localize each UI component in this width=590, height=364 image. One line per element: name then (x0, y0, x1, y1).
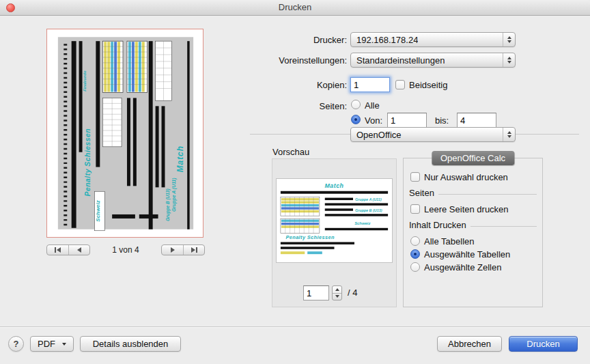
preview-small-match: Match (325, 182, 344, 189)
preview-label-team: Schweiz (95, 200, 101, 221)
vorschau-page-total: / 4 (348, 288, 357, 298)
close-button[interactable] (6, 3, 15, 12)
duplex-checkbox[interactable] (395, 80, 405, 89)
skip-end-icon (196, 247, 197, 253)
all-sheets-radio[interactable] (410, 236, 420, 246)
arrow-left-icon (77, 247, 81, 253)
page-indicator: 1 von 4 (90, 245, 161, 255)
group-divider (470, 226, 537, 227)
printer-select[interactable]: 192.168.178.24 (350, 32, 516, 47)
preview-artwork-small: Match (277, 179, 392, 262)
all-sheets-radio-label[interactable]: Alle Tabellen (424, 236, 474, 247)
pagination-forward-group (161, 244, 205, 255)
first-page-button[interactable] (47, 245, 68, 255)
pages-from-input[interactable] (387, 113, 427, 128)
popup-arrows-icon (503, 33, 515, 46)
printer-label: Drucker: (210, 35, 347, 45)
duplex-checkbox-label[interactable]: Beidseitig (409, 80, 447, 90)
pagination-back-group (46, 244, 90, 255)
pages-all-radio[interactable] (351, 100, 361, 109)
preview-small-group-b: Gruppe B (U13) (355, 208, 382, 212)
window-title: Drucken (0, 0, 590, 15)
content-group-label: Inhalt Drucken (409, 220, 466, 230)
pages-to-input[interactable] (457, 113, 496, 128)
selected-cells-radio[interactable] (410, 262, 420, 272)
presets-select[interactable]: Standardeinstellungen (350, 53, 516, 68)
page-stepper (332, 285, 342, 300)
previous-page-button[interactable] (68, 245, 89, 255)
skip-start-icon (55, 247, 56, 253)
pages-group-label: Seiten (409, 188, 434, 198)
print-selection-checkbox[interactable] (410, 172, 420, 182)
pages-group-header: Seiten (409, 188, 537, 198)
app-options-select-value: OpenOffice (356, 130, 402, 140)
calc-panel-title: OpenOffice Calc (432, 151, 514, 165)
preview-label-penalty: Penalty Schiessen (84, 128, 92, 197)
preview-pagination: 1 von 4 (46, 244, 205, 255)
pages-from-label[interactable]: Von: (365, 115, 382, 126)
popup-arrows-icon (503, 128, 515, 141)
stepper-down-button[interactable] (333, 294, 341, 300)
app-options-select[interactable]: OpenOffice (350, 127, 516, 142)
print-preview-small: Match (276, 178, 393, 263)
selected-sheets-radio-label[interactable]: Ausgewählte Tabellen (424, 249, 510, 260)
print-preview-large: Finalrunde Penalty Schiessen (46, 29, 203, 238)
print-dialog: Drucken Finalrunde Penalty Schiessen (0, 0, 590, 364)
preview-label-finalrunde: Finalrunde (83, 70, 87, 92)
vorschau-page-input[interactable] (303, 285, 329, 300)
arrow-left-icon (57, 247, 61, 253)
skip-empty-pages-label[interactable]: Leere Seiten drucken (424, 204, 509, 214)
print-button[interactable]: Drucken (509, 336, 578, 352)
next-page-button[interactable] (162, 245, 183, 255)
preview-small-team: Schweiz (354, 221, 370, 225)
hide-details-button[interactable]: Details ausblenden (80, 336, 181, 352)
footer-separator (0, 326, 590, 327)
copies-input[interactable] (350, 77, 390, 92)
preview-small-penalty: Penalty Schiessen (285, 234, 334, 240)
pdf-menu-label: PDF (38, 339, 55, 349)
skip-empty-pages-checkbox[interactable] (410, 204, 420, 214)
arrow-right-icon (171, 247, 175, 253)
preview-label-group-b: Gruppe B (U13) (165, 188, 171, 221)
preview-artwork-large: Finalrunde Penalty Schiessen (47, 29, 203, 237)
preview-label-group-a: Gruppe A (U11) (171, 178, 177, 212)
group-divider (438, 194, 537, 195)
arrow-right-icon (191, 247, 195, 253)
printer-select-value: 192.168.178.24 (356, 35, 418, 45)
vorschau-section-label: Vorschau (272, 147, 309, 157)
arrow-down-icon (335, 295, 339, 298)
arrow-up-icon (335, 288, 339, 291)
selected-cells-radio-label[interactable]: Ausgewählte Zellen (424, 262, 501, 272)
copies-label: Kopien: (210, 80, 347, 90)
last-page-button[interactable] (183, 245, 204, 255)
pages-to-label: bis: (435, 115, 449, 126)
pages-range-radio[interactable] (351, 115, 361, 124)
popup-arrows-icon (503, 53, 515, 67)
pages-all-radio-label[interactable]: Alle (365, 100, 380, 111)
preview-small-group-a: Gruppe A (U11) (355, 197, 382, 201)
cancel-button[interactable]: Abbrechen (437, 336, 502, 352)
content-group-header: Inhalt Drucken (409, 220, 537, 230)
preview-label-match: Match (175, 145, 185, 172)
pages-label: Seiten: (210, 101, 347, 111)
chevron-down-icon (62, 343, 66, 346)
stepper-up-button[interactable] (333, 286, 341, 294)
help-button[interactable]: ? (8, 336, 24, 352)
presets-label: Voreinstellungen: (210, 55, 347, 66)
selected-sheets-radio[interactable] (410, 249, 420, 259)
titlebar: Drucken (0, 0, 590, 16)
print-selection-label[interactable]: Nur Auswahl drucken (424, 172, 508, 182)
presets-select-value: Standardeinstellungen (356, 55, 445, 66)
calc-options-panel: OpenOffice Calc Nur Auswahl drucken Seit… (403, 158, 543, 307)
pdf-menu-button[interactable]: PDF (30, 336, 74, 352)
